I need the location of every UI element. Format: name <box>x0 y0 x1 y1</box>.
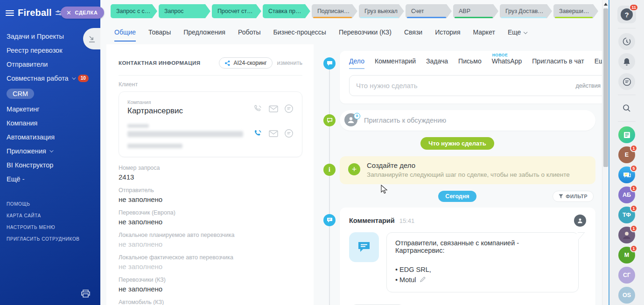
printer-icon[interactable] <box>81 290 90 299</box>
user-avatar-tf[interactable]: ТФ 1 <box>618 207 635 223</box>
stage-avr[interactable]: АВР <box>453 4 498 18</box>
deal-entity-pill[interactable]: ✕ СДЕЛКА <box>61 7 104 19</box>
sidebar-help-link[interactable]: ПОМОЩЬ <box>7 198 100 210</box>
today-pill[interactable]: Сегодня <box>438 191 476 202</box>
sidebar-invite-link[interactable]: ПРИГЛАСИТЬ СОТРУДНИКОВ <box>7 233 100 245</box>
scroll-up-arrow[interactable] <box>604 3 608 6</box>
actions-dropdown[interactable]: действия <box>576 83 602 89</box>
sidebar-configure-menu-link[interactable]: НАСТРОИТЬ МЕНЮ <box>7 222 100 233</box>
help-button[interactable]: ? 11 <box>617 6 636 23</box>
collapse-arrow-icon <box>87 35 96 43</box>
phone-icon[interactable] <box>253 104 263 113</box>
mail-icon[interactable] <box>269 130 278 137</box>
tab-links[interactable]: Связи <box>404 28 422 42</box>
tab-offers[interactable]: Предложения <box>183 28 225 42</box>
news-button[interactable] <box>618 126 635 143</box>
scrollbar-thumb[interactable] <box>603 8 608 167</box>
company-name[interactable]: Картрансервис <box>127 106 253 116</box>
stage-underline <box>501 17 546 18</box>
composer-tab-email[interactable]: Письмо <box>458 57 482 69</box>
field-request-number[interactable]: Номер запроса 2413 <box>119 165 302 181</box>
field-sender[interactable]: Отправитель не заполнено <box>119 187 302 203</box>
sidebar-item-company[interactable]: Компания <box>7 116 100 130</box>
timeline-composer: Дело Комментарий Задача Письмо НОВОЕ Wha… <box>340 51 602 104</box>
blurred-contact-name <box>127 131 243 137</box>
field-vehicle-kz[interactable]: Автомобиль (КЗ) не заполнено <box>119 299 302 305</box>
stage-close-deal[interactable]: Завершить сд... <box>553 4 598 18</box>
new-tag: НОВОЕ <box>492 53 508 57</box>
messenger-button[interactable]: 5 <box>618 166 635 183</box>
user-avatar-ab[interactable]: АБ 1 <box>618 187 635 203</box>
chat-icon[interactable] <box>284 129 294 138</box>
field-local-actual-vehicle[interactable]: Локальное фактическое авто перевозчика н… <box>119 254 302 270</box>
tab-market[interactable]: Маркет <box>473 28 495 42</box>
field-carriers-kz[interactable]: Перевозчики (КЗ) не заполнено <box>119 277 302 293</box>
tab-general[interactable]: Общие <box>114 28 136 42</box>
ai-scoring-button[interactable]: AI24-скоринг <box>219 57 272 69</box>
phone-call-icon[interactable] <box>253 129 263 138</box>
author-avatar[interactable] <box>574 215 586 227</box>
stage-cargo-departed[interactable]: Груз выехал <box>359 4 404 18</box>
blurred-phone-number <box>127 144 182 148</box>
stage-cargo-delivered[interactable]: Груз Доставлен <box>500 4 552 18</box>
stage-invoice[interactable]: Счет <box>406 4 452 18</box>
composer-tab-invite-chat[interactable]: Пригласить в чат <box>532 57 584 69</box>
field-carrier-europe[interactable]: Перевозчик (Европа) не заполнено <box>119 209 302 226</box>
sidebar-sitemap-link[interactable]: КАРТА САЙТА <box>7 210 100 222</box>
client-card: Компания Картрансервис <box>119 91 302 157</box>
sidebar-item-more[interactable]: Ещё - <box>7 172 100 186</box>
stage-request[interactable]: Запрос <box>159 4 210 18</box>
edit-pencil-icon[interactable] <box>420 276 426 284</box>
sidebar-item-collaboration[interactable]: Совместная работа 10 <box>7 71 100 85</box>
field-local-planned-vehicle[interactable]: Локальное планируемое авто перевозчика н… <box>119 232 302 248</box>
composer-tab-more[interactable]: Еще <box>595 57 602 69</box>
user-avatar-m[interactable]: М 1 <box>618 247 635 263</box>
deal-pipeline-bar: Запрос с сайта Запрос Просчет ставки Ста… <box>100 0 602 21</box>
stage-request-from-site[interactable]: Запрос с сайта <box>111 4 157 18</box>
comment-bullet: • Motul <box>395 275 570 285</box>
activity-input[interactable]: Что нужно сделать действия <box>349 75 602 96</box>
search-button[interactable] <box>618 100 635 117</box>
contact-blurred[interactable] <box>127 124 253 148</box>
tab-history[interactable]: История <box>435 28 460 42</box>
sidebar-item-senders[interactable]: Отправители <box>7 57 100 71</box>
chat-icon[interactable] <box>284 104 294 113</box>
avatar-badge: 1 <box>630 205 637 212</box>
hamburger-menu-icon[interactable] <box>6 10 14 16</box>
stage-rate-done[interactable]: Ставка просч... <box>263 4 310 18</box>
notification-badge: 10 <box>78 75 89 82</box>
tab-products[interactable]: Товары <box>148 28 171 42</box>
edit-link[interactable]: изменить <box>277 60 302 66</box>
sidebar-item-crm[interactable]: CRM <box>7 85 100 102</box>
tab-robots[interactable]: Роботы <box>238 28 260 42</box>
sidebar-item-marketing[interactable]: Маркетинг <box>7 102 100 116</box>
user-avatar-photo[interactable]: 1 <box>618 227 635 243</box>
hint-title[interactable]: Создайте дело <box>367 161 570 169</box>
mail-icon[interactable] <box>269 105 278 112</box>
composer-tab-task[interactable]: Задача <box>426 57 448 69</box>
filter-button[interactable]: ФИЛЬТР <box>553 191 594 202</box>
feed-button[interactable] <box>618 73 635 90</box>
composer-tab-whatsapp[interactable]: НОВОЕ WhatsApp <box>492 57 522 69</box>
user-avatar-os[interactable]: OS <box>618 287 635 304</box>
sidebar-item-automation[interactable]: Автоматизация <box>7 130 100 144</box>
stage-signing[interactable]: Подписание з... <box>312 4 357 18</box>
tab-carriers-kz[interactable]: Перевозчики (КЗ) <box>339 28 392 42</box>
tab-business-processes[interactable]: Бизнес-процессы <box>273 28 326 42</box>
user-avatar-sg[interactable]: СГ <box>618 267 635 284</box>
what-to-do-pill[interactable]: Что нужно сделать <box>420 137 494 150</box>
time-management-button[interactable] <box>618 33 635 50</box>
stage-rate-calc[interactable]: Просчет ставки <box>212 4 261 18</box>
main-area: Запрос с сайта Запрос Просчет ставки Ста… <box>100 0 602 305</box>
page-scrollbar[interactable] <box>602 0 609 305</box>
tab-more[interactable]: Еще <box>508 28 526 42</box>
add-activity-button[interactable]: + <box>348 163 360 175</box>
composer-tab-comment[interactable]: Комментарий <box>375 57 416 69</box>
user-avatar-e[interactable]: E 1 <box>618 146 635 163</box>
sidebar-item-apps[interactable]: Приложения <box>7 144 100 158</box>
composer-tab-activity[interactable]: Дело <box>349 57 364 69</box>
close-icon[interactable]: ✕ <box>66 10 72 16</box>
invite-to-discussion[interactable]: + Пригласить к обсуждению <box>340 110 595 131</box>
sidebar-item-bi-constructor[interactable]: BI Конструктор <box>7 158 100 172</box>
notifications-button[interactable] <box>618 53 635 70</box>
